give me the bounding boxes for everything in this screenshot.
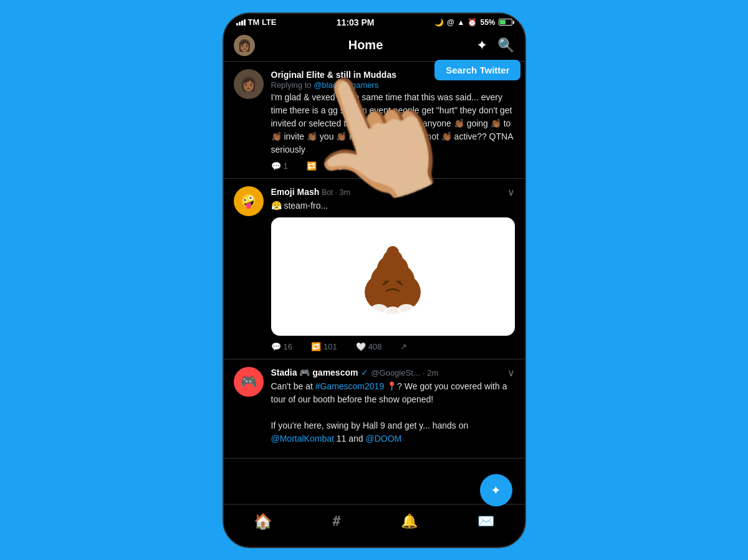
tweet-image xyxy=(271,217,515,336)
search-twitter-bubble[interactable]: Search Twitter xyxy=(434,60,520,80)
tweet-avatar: 🤪 xyxy=(234,186,264,216)
tweet-time: 3m xyxy=(339,187,350,197)
tweet-text: I'm glad & vexed at the same time that t… xyxy=(271,91,515,156)
chevron-icon[interactable]: ∨ xyxy=(507,186,515,198)
compose-fab[interactable]: ✦ xyxy=(480,474,512,506)
bot-badge: Bot · xyxy=(322,188,339,197)
time-text: 11:03 PM xyxy=(337,17,375,27)
header-avatar[interactable]: 👩🏾 xyxy=(234,35,255,56)
svg-point-7 xyxy=(398,304,415,315)
moon-icon: 🌙 xyxy=(434,18,444,27)
avatar-emoji: 👩🏾 xyxy=(237,39,251,52)
compose-icon: ✦ xyxy=(491,483,501,498)
reply-action[interactable]: 💬 1 xyxy=(271,161,288,171)
tweet-feed: 👩🏾 Original Elite & still in Muddas Repl… xyxy=(224,62,525,504)
phone-frame: TM LTE 11:03 PM 🌙 @ ▲ ⏰ 55% 👩🏾 Home ✦ 🔍 … xyxy=(223,12,526,548)
tweet-actions: 💬 1 🔁 🤍 ↗ xyxy=(271,161,515,171)
retweet-action[interactable]: 🔁 101 xyxy=(311,342,337,351)
tweet-avatar: 👩🏾 xyxy=(234,69,264,99)
tweet-avatar: 🎮 xyxy=(234,367,264,397)
nav-search[interactable]: # xyxy=(332,513,340,529)
poop-svg xyxy=(355,230,430,323)
tweet-reply-info: Replying to @blackgirlgamers xyxy=(271,80,396,90)
nav-messages[interactable]: ✉️ xyxy=(477,513,494,529)
tweet-actions: 💬 16 🔁 101 🤍 408 ↗ xyxy=(271,342,515,351)
reply-count: 16 xyxy=(284,342,292,351)
location-icon: @ xyxy=(447,18,454,27)
tweet-time: · 2m xyxy=(423,368,438,377)
sparkle-icon[interactable]: ✦ xyxy=(476,37,487,54)
alarm-icon: ⏰ xyxy=(467,18,477,27)
tweet-username: Stadia 🎮 gamescom xyxy=(271,368,358,377)
retweet-count: 101 xyxy=(324,342,337,351)
retweet-action[interactable]: 🔁 xyxy=(307,161,317,171)
compass-icon: ▲ xyxy=(458,18,465,27)
battery-percent: 55% xyxy=(480,18,495,27)
tweet-body: Original Elite & still in Muddas Replyin… xyxy=(271,69,515,171)
tweet-body: Stadia 🎮 gamescom ✓ @GoogleSt... · 2m ∨ … xyxy=(271,367,515,450)
share-action[interactable]: ↗ xyxy=(364,161,371,171)
nav-home[interactable]: 🏠 xyxy=(254,513,272,530)
tweet-row[interactable]: 🎮 Stadia 🎮 gamescom ✓ @GoogleSt... · 2m … xyxy=(224,359,525,458)
carrier-text: TM LTE xyxy=(248,17,277,27)
reply-action[interactable]: 💬 16 xyxy=(271,342,292,351)
svg-point-4 xyxy=(386,246,399,259)
tweet-username: Emoji Mash xyxy=(271,187,322,197)
chevron-icon[interactable]: ∨ xyxy=(507,367,515,379)
bottom-nav: 🏠 # 🔔 ✉️ xyxy=(224,504,525,538)
tweet-text: Can't be at #Gamescom2019 📍? We got you … xyxy=(271,380,515,445)
tweet-handle: @GoogleSt... xyxy=(371,368,420,377)
reply-count: 1 xyxy=(284,161,288,171)
tweet-username: Original Elite & still in Muddas xyxy=(271,70,396,80)
like-action[interactable]: 🤍 xyxy=(335,161,345,171)
nav-notifications[interactable]: 🔔 xyxy=(401,513,418,529)
status-bar: TM LTE 11:03 PM 🌙 @ ▲ ⏰ 55% xyxy=(224,14,525,30)
header-title: Home xyxy=(348,38,383,52)
search-icon[interactable]: 🔍 xyxy=(497,37,514,54)
tweet-text: 😤 steam-fro... xyxy=(271,199,515,212)
tweet-row[interactable]: 🤪 Emoji Mash Bot · 3m ∨ 😤 steam-fro... xyxy=(224,179,525,359)
like-count: 408 xyxy=(368,342,382,351)
tweet-body: Emoji Mash Bot · 3m ∨ 😤 steam-fro... xyxy=(271,186,515,351)
twitter-header: 👩🏾 Home ✦ 🔍 Search Twitter xyxy=(224,30,525,62)
share-action[interactable]: ↗ xyxy=(400,342,407,351)
like-action[interactable]: 🤍 408 xyxy=(356,342,382,351)
verified-icon: ✓ xyxy=(361,368,368,377)
